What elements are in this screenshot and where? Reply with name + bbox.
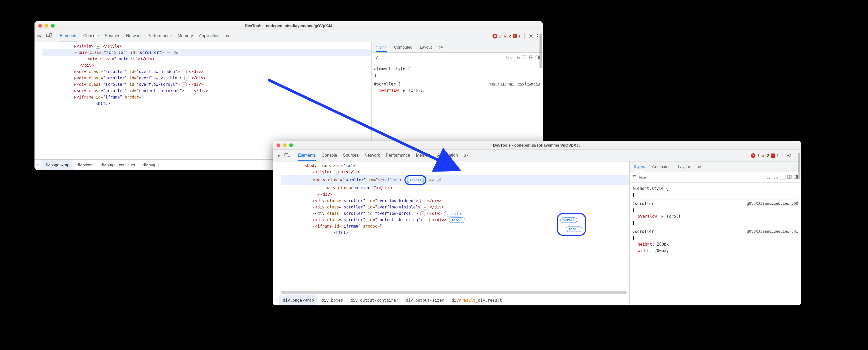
expand-icon[interactable] — [313, 212, 314, 215]
breadcrumb-item[interactable]: div.outpu — [139, 159, 162, 170]
ellipsis-icon[interactable]: ⋯ — [182, 82, 187, 87]
flexbox-editor-icon[interactable] — [787, 175, 792, 180]
source-link[interactable]: gOVpXJJ?ano…ue&view=:50 — [747, 201, 798, 206]
expand-icon[interactable] — [313, 206, 314, 209]
scrollbar[interactable] — [539, 33, 542, 68]
expand-icon[interactable] — [313, 225, 314, 228]
new-style-button[interactable]: + — [522, 55, 527, 60]
tab-memory[interactable]: Memory — [178, 31, 193, 41]
funnel-icon[interactable] — [632, 175, 637, 180]
settings-icon[interactable] — [528, 33, 534, 39]
side-tab-layout[interactable]: Layout — [420, 43, 432, 52]
expand-icon[interactable] — [74, 45, 76, 48]
zoom-icon[interactable] — [51, 24, 55, 28]
tab-application[interactable]: Application — [437, 150, 458, 161]
hov-button[interactable]: :hov — [764, 175, 770, 179]
tab-application[interactable]: Application — [199, 31, 219, 41]
source-link[interactable]: gOVpXJJ?ano…ue&view=:41 — [747, 228, 798, 234]
expand-icon[interactable] — [74, 83, 76, 86]
breadcrumb-item[interactable]: div#result_div.result — [448, 295, 506, 305]
expand-icon[interactable] — [313, 200, 314, 202]
funnel-icon[interactable] — [374, 55, 378, 60]
error-badge[interactable]: ✕ — [751, 153, 755, 158]
ellipsis-icon[interactable]: ⋯ — [184, 76, 189, 81]
tab-console[interactable]: Console — [83, 31, 99, 41]
collapse-icon[interactable] — [313, 179, 315, 181]
tab-elements[interactable]: Elements — [298, 150, 316, 161]
side-tabs-overflow[interactable]: ≫ — [698, 162, 702, 171]
tab-sources[interactable]: Sources — [104, 31, 120, 41]
issue-badge[interactable]: ! — [513, 34, 517, 38]
device-icon[interactable] — [284, 153, 290, 158]
side-tab-computed[interactable]: Computed — [652, 162, 671, 171]
ellipsis-icon[interactable]: ⋯ — [423, 205, 427, 209]
scrollbar[interactable] — [281, 291, 627, 294]
warning-icon[interactable]: ▲ — [761, 153, 765, 158]
breadcrumb-item[interactable]: div.page-wrap — [41, 159, 73, 170]
breadcrumb-item[interactable]: div.page-wrap — [279, 295, 318, 305]
expand-icon[interactable] — [661, 215, 663, 218]
expand-icon[interactable] — [313, 219, 314, 222]
tab-network[interactable]: Network — [364, 150, 380, 161]
breadcrumb-item[interactable]: div.output-container — [97, 159, 139, 170]
scrollbar[interactable] — [798, 153, 800, 179]
scroll-badge[interactable]: scroll — [444, 211, 461, 216]
breadcrumb-prev-icon[interactable]: « — [273, 295, 279, 305]
side-tab-layout[interactable]: Layout — [678, 162, 690, 171]
minimize-icon[interactable] — [283, 143, 287, 147]
scroll-badge[interactable]: scroll — [449, 217, 465, 223]
flexbox-editor-icon[interactable] — [529, 55, 534, 60]
expand-icon[interactable] — [74, 96, 76, 99]
inspect-icon[interactable] — [275, 152, 281, 158]
breadcrumb-item[interactable]: div.boxes — [73, 159, 97, 170]
hov-button[interactable]: :hov — [505, 56, 512, 60]
collapse-icon[interactable] — [74, 52, 77, 54]
device-icon[interactable] — [46, 33, 52, 39]
expand-icon[interactable] — [74, 90, 76, 92]
tab-network[interactable]: Network — [126, 31, 142, 41]
expand-icon[interactable] — [313, 171, 314, 174]
filter-input[interactable] — [639, 175, 761, 179]
expand-icon[interactable] — [403, 89, 405, 92]
warning-icon[interactable]: ▲ — [503, 33, 507, 39]
zoom-icon[interactable] — [289, 143, 293, 147]
filter-input[interactable] — [380, 56, 503, 60]
side-tab-styles[interactable]: Styles — [634, 162, 645, 171]
tab-performance[interactable]: Performance — [148, 31, 172, 41]
settings-icon[interactable] — [786, 153, 792, 158]
error-badge[interactable]: ✕ — [493, 34, 497, 38]
cls-button[interactable]: .cls — [514, 56, 520, 60]
minimize-icon[interactable] — [44, 24, 48, 28]
breadcrumb-prev-icon[interactable]: « — [34, 159, 41, 170]
ellipsis-icon[interactable]: ⋯ — [420, 199, 425, 203]
tab-memory[interactable]: Memory — [416, 150, 431, 161]
breadcrumb-item[interactable]: div.output-sizer — [402, 295, 448, 305]
tabs-overflow[interactable]: ≫ — [464, 150, 468, 161]
styles-rules[interactable]: element.style { } #scrollergOVpXJJ?ano…u… — [630, 183, 801, 305]
side-tabs-overflow[interactable]: ≫ — [439, 43, 443, 52]
breadcrumb-item[interactable]: div.boxes — [318, 295, 347, 305]
ellipsis-icon[interactable]: ⋯ — [334, 170, 339, 174]
tab-elements[interactable]: Elements — [60, 31, 78, 41]
ellipsis-icon[interactable]: ⋯ — [187, 89, 191, 93]
side-tab-styles[interactable]: Styles — [376, 42, 386, 52]
expand-icon[interactable] — [74, 77, 76, 80]
ellipsis-icon[interactable]: ⋯ — [420, 211, 425, 216]
ellipsis-icon[interactable]: ⋯ — [182, 69, 187, 74]
scroll-badge[interactable]: scroll — [407, 178, 424, 183]
side-tab-computed[interactable]: Computed — [394, 43, 412, 52]
issue-badge[interactable]: ! — [771, 153, 775, 158]
tab-console[interactable]: Console — [321, 150, 337, 161]
ellipsis-icon[interactable]: ⋯ — [96, 44, 100, 49]
tabs-overflow[interactable]: ≫ — [225, 31, 230, 41]
close-icon[interactable] — [277, 143, 280, 147]
close-icon[interactable] — [38, 24, 42, 28]
tab-performance[interactable]: Performance — [386, 150, 410, 161]
ellipsis-icon[interactable]: ⋯ — [425, 218, 430, 222]
new-style-button[interactable]: + — [780, 175, 785, 180]
expand-icon[interactable] — [74, 70, 76, 73]
source-link[interactable]: gOVpXJJ?noc…ue&view=:50 — [489, 81, 540, 87]
tab-sources[interactable]: Sources — [343, 150, 359, 161]
inspect-icon[interactable] — [37, 33, 42, 39]
elements-tree[interactable]: <body translate="no"> <style> ⋯ </style>… — [273, 162, 629, 305]
